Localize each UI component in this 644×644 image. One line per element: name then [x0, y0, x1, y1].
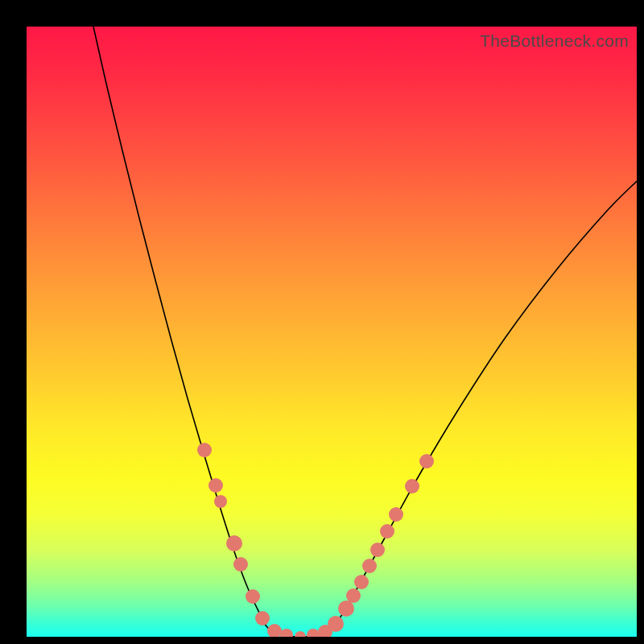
data-bead	[338, 601, 354, 617]
data-bead	[307, 629, 320, 637]
data-bead	[346, 588, 361, 603]
chart-frame: TheBottleneck.com	[0, 0, 644, 644]
data-bead	[233, 557, 248, 572]
data-bead	[246, 589, 260, 604]
data-bead	[405, 479, 419, 493]
data-bead	[255, 611, 270, 625]
data-bead	[214, 495, 227, 508]
data-bead	[370, 543, 385, 557]
data-bead	[354, 575, 369, 589]
data-bead	[328, 616, 344, 632]
data-bead	[280, 629, 293, 637]
data-bead	[362, 559, 377, 573]
data-bead	[380, 524, 394, 539]
data-bead	[197, 443, 212, 457]
plot-area: TheBottleneck.com	[27, 27, 637, 637]
data-bead	[295, 631, 306, 637]
curve-svg	[27, 27, 637, 637]
data-bead	[389, 507, 403, 522]
data-bead	[267, 624, 282, 637]
data-bead	[419, 454, 434, 469]
bead-group	[197, 443, 434, 637]
bottleneck-curve	[93, 27, 637, 637]
data-bead	[208, 478, 223, 493]
data-bead	[226, 535, 242, 551]
